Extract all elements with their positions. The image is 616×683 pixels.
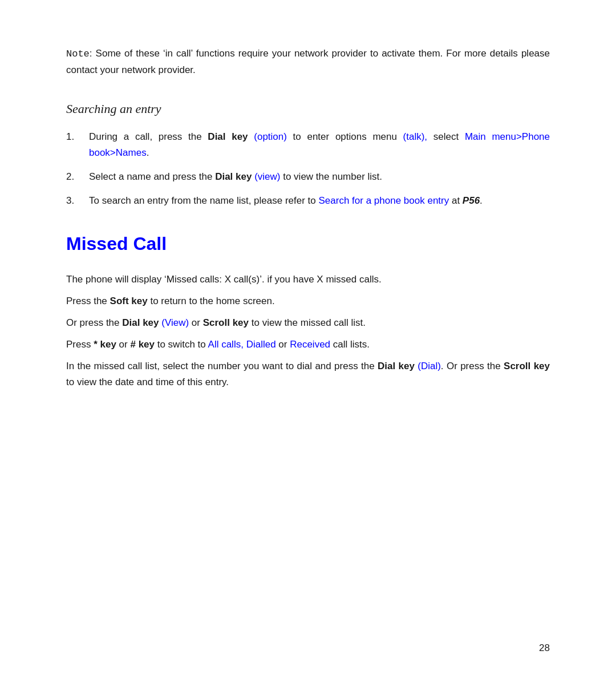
note-label: Note — [66, 49, 90, 59]
scroll-key-bold-2: Scroll key — [504, 361, 550, 371]
searching-section: Searching an entry 1. During a call, pre… — [66, 99, 550, 209]
missed-call-p3: Or press the Dial key (View) or Scroll k… — [66, 315, 550, 331]
dialled-link: Dialled — [246, 339, 276, 350]
list-content-2: Select a name and press the Dial key (vi… — [89, 169, 550, 185]
dial-key-bold-4: Dial key — [378, 361, 415, 371]
scroll-key-bold-1: Scroll key — [203, 317, 249, 328]
list-content-1: During a call, press the Dial key (optio… — [89, 129, 550, 161]
searching-list: 1. During a call, press the Dial key (op… — [66, 129, 550, 209]
list-item: 3. To search an entry from the name list… — [66, 193, 550, 209]
dial-link: (Dial) — [418, 361, 441, 371]
dial-key-bold-1: Dial key — [208, 131, 248, 142]
missed-call-heading: Missed Call — [66, 229, 550, 258]
list-content-3: To search an entry from the name list, p… — [89, 193, 550, 209]
missed-call-p2: Press the Soft key to return to the home… — [66, 293, 550, 309]
note-text: : Some of these ‘in call’ functions requ… — [66, 48, 550, 75]
p56-ref: P56 — [463, 195, 480, 206]
received-link: Received — [290, 339, 330, 350]
list-number-1: 1. — [66, 129, 89, 145]
note-paragraph: Note: Some of these ‘in call’ functions … — [66, 46, 550, 78]
search-entry-link: Search for a phone book entry — [319, 195, 449, 206]
view-link-2: (View) — [161, 317, 189, 328]
list-item: 2. Select a name and press the Dial key … — [66, 169, 550, 185]
talk-link: (talk), — [403, 131, 428, 142]
page-container: Note: Some of these ‘in call’ functions … — [0, 0, 616, 683]
list-item: 1. During a call, press the Dial key (op… — [66, 129, 550, 161]
list-number-2: 2. — [66, 169, 89, 185]
hash-key-bold: # key — [130, 339, 155, 350]
searching-section-title: Searching an entry — [66, 99, 550, 119]
missed-call-p1: The phone will display ‘Missed calls: X … — [66, 272, 550, 288]
main-menu-link: Main menu>Phone book>Names — [89, 131, 550, 158]
dial-key-bold-3: Dial key — [122, 317, 159, 328]
option-link: (option) — [254, 131, 287, 142]
list-number-3: 3. — [66, 193, 89, 209]
missed-call-p4: Press * key or # key to switch to All ca… — [66, 337, 550, 353]
missed-call-section: Missed Call The phone will display ‘Miss… — [66, 229, 550, 390]
view-link: (view) — [254, 171, 280, 182]
dial-key-bold-2: Dial key — [215, 171, 252, 182]
all-calls-link: All calls, — [208, 339, 244, 350]
page-number: 28 — [539, 640, 550, 656]
soft-key-bold: Soft key — [110, 296, 148, 306]
star-key-bold: * key — [94, 339, 116, 350]
missed-call-p5: In the missed call list, select the numb… — [66, 358, 550, 390]
